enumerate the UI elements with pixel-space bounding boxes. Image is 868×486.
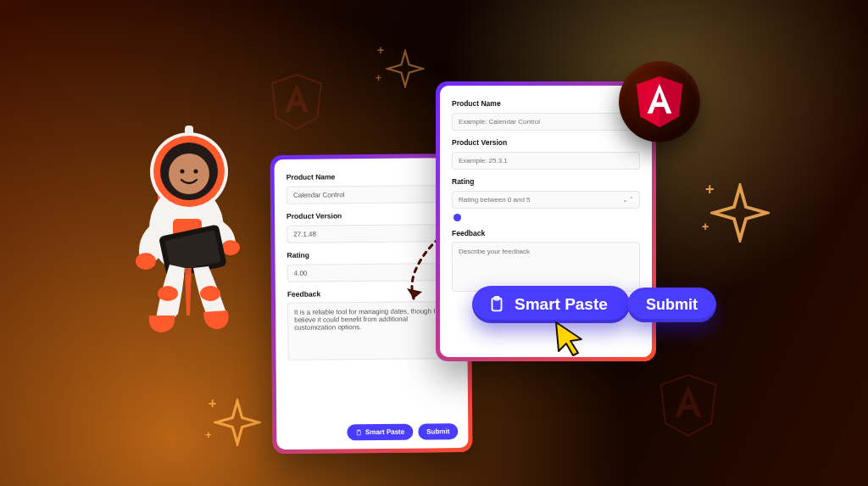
submit-button[interactable]: Submit (627, 288, 716, 322)
smart-paste-button-label: Smart Paste (515, 295, 608, 314)
angular-badge (619, 61, 700, 142)
smart-paste-button[interactable]: Smart Paste (472, 286, 630, 323)
cursor-icon (553, 321, 587, 358)
sparkle-icon: + + (214, 399, 261, 446)
svg-rect-9 (185, 126, 193, 136)
label-product-version: Product Version (452, 138, 640, 147)
astronaut-illustration (108, 119, 270, 356)
feedback-field[interactable] (452, 242, 640, 292)
chevron-down-icon: ⌄ ˅ (622, 196, 633, 204)
label-rating: Rating (452, 177, 640, 186)
clipboard-icon (487, 295, 506, 314)
svg-point-10 (136, 253, 156, 270)
svg-point-15 (200, 286, 220, 301)
smart-paste-button[interactable]: Smart Paste (347, 424, 413, 441)
sparkle-icon: + + (386, 49, 425, 88)
hero-scene: + + + + + + (0, 0, 868, 486)
svg-point-7 (181, 170, 185, 174)
angular-shield-icon (270, 73, 324, 131)
svg-point-14 (158, 286, 178, 301)
label-product-name: Product Name (287, 171, 454, 182)
submit-button-label: Submit (646, 296, 698, 314)
angular-shield-icon (634, 75, 685, 129)
angular-shield-icon (658, 373, 719, 438)
svg-point-8 (194, 170, 198, 174)
label-feedback: Feedback (452, 229, 640, 237)
label-product-version: Product Version (287, 210, 454, 221)
submit-button[interactable]: Submit (418, 423, 458, 439)
product-name-field[interactable] (287, 185, 454, 204)
sparkle-icon: + + (710, 183, 770, 243)
slider-handle-icon[interactable] (453, 214, 461, 221)
svg-point-6 (169, 154, 209, 194)
smart-paste-button-label: Smart Paste (365, 428, 404, 436)
product-name-field[interactable] (452, 113, 640, 131)
clipboard-icon (355, 429, 362, 436)
product-version-field[interactable] (452, 152, 640, 170)
label-product-name: Product Name (452, 99, 640, 108)
rating-select[interactable] (452, 191, 640, 209)
submit-button-label: Submit (426, 427, 449, 435)
